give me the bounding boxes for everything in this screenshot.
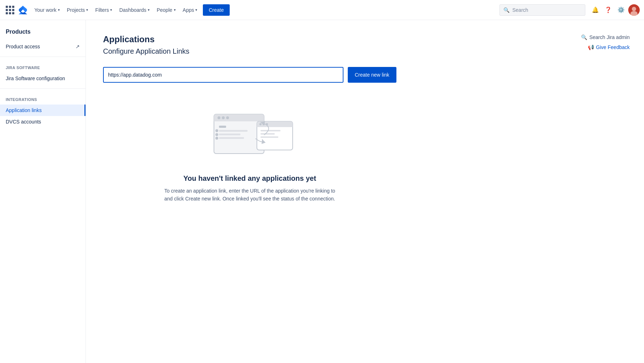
create-button[interactable]: Create xyxy=(203,4,229,16)
svg-point-1 xyxy=(632,7,636,11)
notifications-button[interactable]: 🔔 xyxy=(590,4,601,16)
search-jira-admin-link[interactable]: 🔍 Search Jira admin xyxy=(581,34,630,40)
sidebar-jira-software-section: Jira Software xyxy=(0,61,86,73)
svg-point-6 xyxy=(218,116,220,119)
settings-button[interactable]: ⚙️ xyxy=(615,4,627,16)
sidebar-item-jira-config[interactable]: Jira Software configuration xyxy=(0,73,86,84)
nav-filters[interactable]: Filters ▾ xyxy=(92,4,115,16)
page-title: Applications xyxy=(103,34,630,44)
svg-point-15 xyxy=(215,137,218,140)
svg-rect-11 xyxy=(219,134,240,135)
url-input-field[interactable] xyxy=(103,67,343,83)
svg-rect-9 xyxy=(219,126,226,128)
search-bar[interactable]: 🔍 Search xyxy=(499,4,585,16)
url-input-row: Create new link xyxy=(103,67,396,83)
svg-rect-23 xyxy=(260,133,275,135)
sidebar-divider-1 xyxy=(0,57,86,57)
grid-menu-button[interactable] xyxy=(4,4,16,16)
top-navigation: Your work ▾ Projects ▾ Filters ▾ Dashboa… xyxy=(0,0,644,20)
main-content: 🔍 Search Jira admin 📢 Give Feedback Appl… xyxy=(86,20,644,363)
help-button[interactable]: ❓ xyxy=(602,4,614,16)
sidebar-integrations-section: Integrations xyxy=(0,93,86,105)
svg-point-13 xyxy=(215,129,218,132)
svg-rect-10 xyxy=(219,130,248,132)
svg-rect-12 xyxy=(219,137,244,139)
search-icon: 🔍 xyxy=(503,7,509,13)
sidebar-divider-2 xyxy=(0,88,86,89)
svg-rect-18 xyxy=(257,124,293,127)
user-avatar[interactable] xyxy=(628,4,640,16)
nav-your-work[interactable]: Your work ▾ xyxy=(31,4,63,16)
nav-action-icons: 🔔 ❓ ⚙️ xyxy=(590,4,640,16)
sidebar: Products Product access ↗ Jira Software … xyxy=(0,20,86,363)
nav-projects[interactable]: Projects ▾ xyxy=(64,4,91,16)
sidebar-item-dvcs-accounts[interactable]: DVCS accounts xyxy=(0,116,86,127)
svg-point-7 xyxy=(222,116,225,119)
megaphone-icon: 📢 xyxy=(588,44,594,50)
empty-state-illustration xyxy=(192,107,307,164)
search-placeholder: Search xyxy=(512,7,528,13)
nav-people[interactable]: People ▾ xyxy=(154,4,179,16)
svg-rect-5 xyxy=(214,116,264,121)
empty-state-title: You haven't linked any applications yet xyxy=(183,174,316,183)
top-right-actions: 🔍 Search Jira admin 📢 Give Feedback xyxy=(581,34,630,50)
svg-rect-22 xyxy=(260,130,280,131)
sidebar-item-application-links[interactable]: Application links xyxy=(0,105,86,116)
give-feedback-button[interactable]: 📢 Give Feedback xyxy=(588,44,630,50)
sidebar-item-product-access[interactable]: Product access ↗ xyxy=(0,41,86,52)
svg-point-8 xyxy=(226,116,229,119)
external-link-icon: ↗ xyxy=(75,44,80,49)
create-new-link-button[interactable]: Create new link xyxy=(348,67,397,83)
search-jira-admin-icon: 🔍 xyxy=(581,34,587,40)
svg-rect-24 xyxy=(260,136,278,138)
page-layout: Products Product access ↗ Jira Software … xyxy=(0,20,644,363)
svg-point-19 xyxy=(259,123,262,125)
nav-apps[interactable]: Apps ▾ xyxy=(180,4,200,16)
page-subtitle: Configure Application Links xyxy=(103,47,630,55)
empty-state: You haven't linked any applications yet … xyxy=(103,100,396,210)
jira-logo[interactable] xyxy=(17,4,29,16)
svg-point-14 xyxy=(215,133,218,136)
empty-state-description: To create an application link, enter the… xyxy=(164,187,336,203)
nav-dashboards[interactable]: Dashboards ▾ xyxy=(116,4,152,16)
sidebar-products-title: Products xyxy=(0,29,86,41)
